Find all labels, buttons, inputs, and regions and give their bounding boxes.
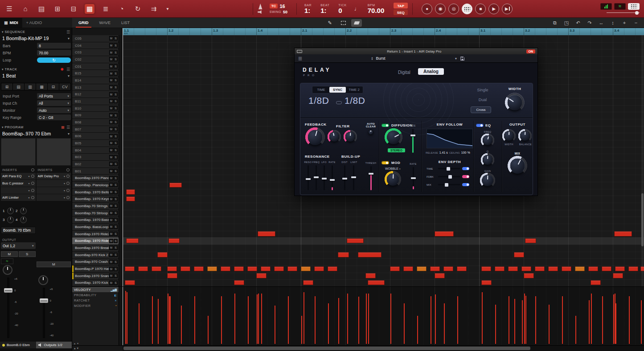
velocity-bar[interactable] <box>125 291 126 344</box>
track-solo-button[interactable]: S <box>114 148 118 152</box>
track-row[interactable]: BoomBap.70 StrloopMS <box>72 210 119 217</box>
track-row[interactable]: B01MS <box>72 168 119 175</box>
track-row[interactable]: B03MS <box>72 154 119 161</box>
midi-note[interactable] <box>435 273 445 278</box>
timeline-label[interactable]: 3.2 <box>525 29 530 33</box>
midi-note[interactable] <box>481 280 492 286</box>
routing-single[interactable]: Single <box>472 88 494 92</box>
fader-cap[interactable] <box>4 288 12 293</box>
track-solo-button[interactable]: S <box>114 224 118 229</box>
track-row[interactable]: BoomBap. 1970 KeysMS <box>72 196 119 203</box>
track-mute-button[interactable]: M <box>109 155 113 159</box>
track-mute-button[interactable]: M <box>109 50 113 55</box>
track-row[interactable]: B06MS <box>72 133 119 140</box>
routing-dual[interactable]: Dual <box>472 98 494 102</box>
record-button[interactable]: ● <box>422 4 432 14</box>
velocity-bar[interactable] <box>261 294 262 344</box>
track-solo-button[interactable]: S <box>114 120 118 124</box>
retro-record-button[interactable]: ◎ <box>448 4 459 14</box>
track-solo-button[interactable]: S <box>114 57 118 61</box>
track-mute-button[interactable]: M <box>109 260 113 264</box>
midi-note[interactable] <box>157 252 168 257</box>
track-solo-button[interactable]: S <box>114 155 118 159</box>
loop-toggle[interactable]: ↻ <box>37 57 71 63</box>
midi-note[interactable] <box>180 266 190 272</box>
tab-time2[interactable]: TIME 2 <box>346 87 362 93</box>
tab-time[interactable]: TIME <box>313 87 329 93</box>
strip-mute-button[interactable]: M <box>1 251 18 257</box>
tab-grid[interactable]: GRID <box>73 18 94 28</box>
insert-slot[interactable]: ▾ <box>37 180 71 187</box>
env-fdbk-toggle[interactable] <box>462 175 469 178</box>
track-mute-button[interactable]: M <box>109 281 113 285</box>
power-icon[interactable] <box>66 168 70 171</box>
track-solo-button[interactable]: S <box>114 267 118 271</box>
velocity-bar[interactable] <box>347 294 348 344</box>
qlink-knob-1[interactable] <box>7 208 14 214</box>
velocity-bar[interactable] <box>170 296 171 344</box>
track-solo-button[interactable]: S <box>114 64 118 69</box>
velocity-bar[interactable] <box>431 296 431 344</box>
sequence-menu-icon[interactable]: ☰ <box>66 30 70 34</box>
track-selector[interactable]: 1 Beat ▾ <box>1 72 71 79</box>
velocity-bar[interactable] <box>158 299 159 344</box>
volume-handle[interactable] <box>635 11 639 15</box>
midi-note[interactable] <box>126 196 135 202</box>
release-value[interactable]: 1.41 s <box>439 151 448 154</box>
track-solo-button[interactable]: S <box>114 169 118 173</box>
sampler-icon[interactable]: ◔ <box>117 4 127 14</box>
sequence-selector[interactable]: 1 BoomBap-Kit-MP 19 ▾ <box>1 35 71 42</box>
rate-slider[interactable] <box>329 165 335 190</box>
cv-view-tab[interactable]: CV <box>59 83 70 90</box>
track-solo-button[interactable]: S <box>114 232 118 236</box>
velocity-bar[interactable] <box>589 300 590 344</box>
velocity-bar[interactable] <box>168 294 168 344</box>
velocity-bar[interactable] <box>368 294 369 344</box>
pan-knob[interactable] <box>3 265 12 275</box>
collapse-caret-icon[interactable]: ▾ <box>2 68 4 71</box>
track-row[interactable]: C01MS <box>72 63 119 70</box>
swing-value[interactable]: 50 <box>283 10 287 14</box>
track-mute-button[interactable]: M <box>109 134 113 139</box>
velocity-bar[interactable] <box>417 316 418 344</box>
list-view-icon[interactable]: ▤ <box>13 83 25 90</box>
midi-note[interactable] <box>126 238 139 244</box>
midi-note[interactable] <box>169 183 182 188</box>
pad-panel-right[interactable] <box>37 138 71 166</box>
track-solo-button[interactable]: S <box>114 176 118 180</box>
channel-mixer-icon[interactable]: ≣ <box>101 4 111 14</box>
velocity-bar[interactable] <box>258 294 259 344</box>
track-row[interactable]: BoomBap.970 CrashMS <box>72 259 119 266</box>
env-time-slider[interactable] <box>438 168 460 169</box>
mod-shape-select[interactable]: WOBBLE ▾ <box>385 167 400 170</box>
midi-note[interactable] <box>435 231 454 237</box>
track-row[interactable]: BoomBap. 1970 BellsMS <box>72 189 119 196</box>
midi-note[interactable] <box>347 238 364 244</box>
velocity-bar[interactable] <box>275 306 275 344</box>
track-solo-button[interactable]: S <box>114 211 118 215</box>
velocity-bar[interactable] <box>525 296 526 344</box>
velocity-bar[interactable] <box>535 296 536 344</box>
track-mute-button[interactable]: M <box>109 162 113 166</box>
midi-note[interactable] <box>167 266 177 272</box>
automation-view-icon[interactable]: ⊟ <box>48 83 59 90</box>
power-icon[interactable] <box>66 189 70 192</box>
scroll-up-icon[interactable]: ▴ <box>74 347 76 350</box>
pads-view-icon[interactable]: ⊞ <box>1 83 13 90</box>
track-row[interactable]: B11MS <box>72 98 119 105</box>
insert-slot[interactable]: AIR Delay Pro▾ <box>37 173 71 180</box>
program-section-header[interactable]: ▾ PROGRAM ▦ ☰ <box>1 124 71 130</box>
overdub-button[interactable]: ◉ <box>435 4 446 14</box>
track-row[interactable]: B04MS <box>72 147 119 154</box>
input-ch-select[interactable]: All▾ <box>37 100 71 106</box>
track-row[interactable]: C03MS <box>72 49 119 56</box>
midi-note[interactable] <box>152 266 161 272</box>
midi-note[interactable] <box>588 266 598 272</box>
chevron-down-icon[interactable]: ▾ <box>68 37 70 41</box>
track-solo-button[interactable]: S <box>114 106 118 110</box>
midi-note[interactable] <box>403 266 413 272</box>
track-solo-button[interactable]: S <box>114 253 118 257</box>
midi-note[interactable] <box>562 266 571 272</box>
midi-note[interactable] <box>365 273 376 278</box>
midi-note[interactable] <box>261 266 271 272</box>
